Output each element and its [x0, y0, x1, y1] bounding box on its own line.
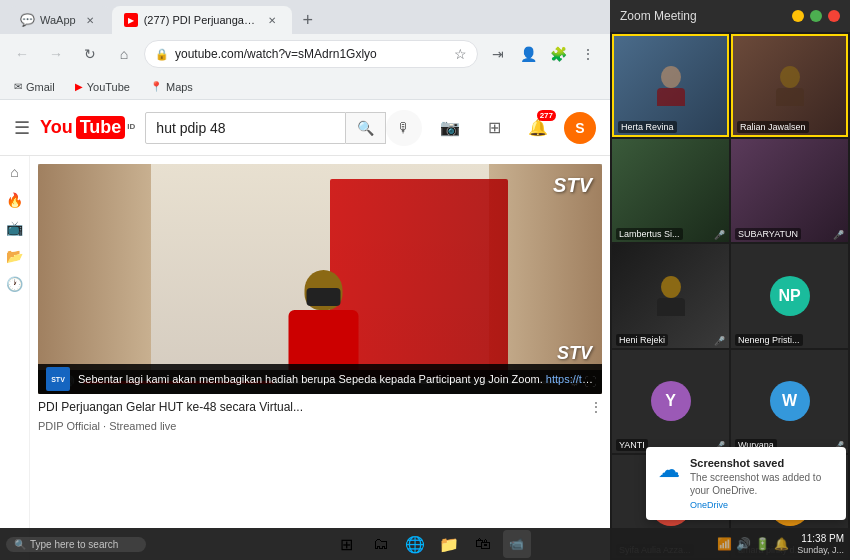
sidebar-history[interactable]: 🕐 [6, 276, 23, 292]
onedrive-toast-body: The screenshot was added to your OneDriv… [690, 471, 834, 497]
tab-title-youtube: (277) PDI Perjuangan Gelar... [144, 14, 258, 26]
bookmark-youtube[interactable]: ▶ YouTube [69, 79, 136, 95]
herta-name-label: Herta Revina [618, 121, 677, 133]
taskbar-store[interactable]: 🛍 [469, 530, 497, 558]
subaryatun-name-label: SUBARYATUN [735, 228, 801, 240]
sidebar-explore[interactable]: 🔥 [6, 192, 23, 208]
network-icon[interactable]: 📶 [717, 537, 732, 551]
bookmark-star-icon[interactable]: ☆ [454, 46, 467, 62]
heni-mic-icon: 🎤 [714, 336, 725, 346]
taskbar-windows-button[interactable]: ⊞ [333, 530, 361, 558]
zoom-minimize-button[interactable] [792, 10, 804, 22]
zoom-window-controls [792, 10, 840, 22]
ticker-link[interactable]: https://tinyurl.com/pdi... [546, 373, 594, 385]
yt-search-value: hut pdip 48 [156, 120, 225, 136]
youtube-favicon: ▶ [75, 81, 83, 92]
tab-close-youtube[interactable]: ✕ [264, 12, 280, 28]
tab-close-whatsapp[interactable]: ✕ [82, 12, 98, 28]
account-icon[interactable]: 👤 [514, 40, 542, 68]
video-logo-bottom: STV [557, 343, 592, 364]
ralian-head [780, 66, 800, 88]
yt-mic-button[interactable]: 🎙 [386, 110, 422, 146]
zoom-participant-subaryatun[interactable]: SUBARYATUN 🎤 [731, 139, 848, 242]
sidebar-library[interactable]: 📂 [6, 248, 23, 264]
new-tab-button[interactable]: + [294, 6, 322, 34]
tab-title-whatsapp: WaApp [40, 14, 76, 26]
forward-button[interactable]: → [42, 40, 70, 68]
subaryatun-video [731, 139, 848, 242]
menu-icon[interactable]: ⋮ [574, 40, 602, 68]
yt-header-right: 📷 ⊞ 🔔 277 S [432, 110, 596, 146]
sidebar-subs[interactable]: 📺 [6, 220, 23, 236]
bookmark-youtube-label: YouTube [87, 81, 130, 93]
yanti-name-label: YANTI [616, 439, 648, 451]
yt-search-button[interactable]: 🔍 [346, 112, 386, 144]
yt-notifications[interactable]: 🔔 277 [520, 110, 556, 146]
tab-youtube[interactable]: ▶ (277) PDI Perjuangan Gelar... ✕ [112, 6, 292, 34]
yt-main-content: STV STV ⏸ 🔊 ⚙ ⛶ [30, 156, 610, 560]
cast-icon[interactable]: ⇥ [484, 40, 512, 68]
zoom-participant-heni[interactable]: Heni Rejeki 🎤 [612, 244, 729, 347]
yt-sidebar: ⌂ 🔥 📺 📂 🕐 [0, 156, 30, 560]
zoom-participant-wuryana[interactable]: W Wuryana 🎤 [731, 350, 848, 453]
tab-favicon-whatsapp: 💬 [20, 13, 34, 27]
zoom-participant-neneng[interactable]: NP Neneng Pristi... [731, 244, 848, 347]
gmail-favicon: ✉ [14, 81, 22, 92]
yanti-avatar: Y [651, 381, 691, 421]
back-button[interactable]: ← [8, 40, 36, 68]
video-title-row: PDI Perjuangan Gelar HUT ke-48 secara Vi… [38, 400, 602, 414]
taskbar-apps: ⊞ 🗂 🌐 📁 🛍 📹 [150, 530, 713, 558]
person-mask [307, 288, 341, 306]
zoom-close-button[interactable] [828, 10, 840, 22]
yt-search-input[interactable]: hut pdip 48 [145, 112, 346, 144]
video-person [289, 270, 359, 370]
ticker-message: Sebentar lagi kami akan membagikan hadia… [78, 373, 594, 385]
zoom-participant-ralian[interactable]: Ralian Jawalsen [731, 34, 848, 137]
video-curtain-left [38, 164, 151, 394]
zoom-participant-yanti[interactable]: Y YANTI 🎤 [612, 350, 729, 453]
youtube-header: ☰ YouTube ID hut pdip 48 🔍 🎙 📷 ⊞ 🔔 277 [0, 100, 610, 156]
yt-video-icon[interactable]: 📷 [432, 110, 468, 146]
neneng-avatar: NP [770, 276, 810, 316]
herta-face [655, 66, 687, 106]
extensions-icon[interactable]: 🧩 [544, 40, 572, 68]
onedrive-toast-source: OneDrive [690, 500, 834, 510]
reload-button[interactable]: ↻ [76, 40, 104, 68]
bookmark-gmail[interactable]: ✉ Gmail [8, 79, 61, 95]
bookmark-maps[interactable]: 📍 Maps [144, 79, 199, 95]
video-meta: PDIP Official · Streamed live [38, 420, 602, 432]
sidebar-home[interactable]: ⌂ [10, 164, 18, 180]
toolbar-icons: ⇥ 👤 🧩 ⋮ [484, 40, 602, 68]
yt-menu-icon[interactable]: ☰ [14, 117, 30, 139]
address-field[interactable]: 🔒 youtube.com/watch?v=sMAdrn1Gxlyo ☆ [144, 40, 478, 68]
zoom-participant-lambertus[interactable]: Lambertus Si... 🎤 [612, 139, 729, 242]
taskbar-edge[interactable]: 🌐 [401, 530, 429, 558]
person-shirt [289, 310, 359, 370]
taskbar-time: 11:38 PM [797, 532, 844, 545]
ticker-bar: STV Sebentar lagi kami akan membagikan h… [38, 364, 602, 394]
taskbar-explorer[interactable]: 📁 [435, 530, 463, 558]
yt-logo-tube: Tube [76, 116, 126, 139]
taskbar-clock[interactable]: 11:38 PM Sunday, J... [797, 532, 844, 557]
bookmarks-bar: ✉ Gmail ▶ YouTube 📍 Maps [0, 74, 610, 100]
volume-sys-icon[interactable]: 🔊 [736, 537, 751, 551]
zoom-participant-herta[interactable]: Herta Revina [612, 34, 729, 137]
tab-whatsapp[interactable]: 💬 WaApp ✕ [8, 6, 110, 34]
taskbar-task-view[interactable]: 🗂 [367, 530, 395, 558]
tab-favicon-youtube: ▶ [124, 13, 138, 27]
yt-apps-icon[interactable]: ⊞ [476, 110, 512, 146]
yt-avatar[interactable]: S [564, 112, 596, 144]
zoom-maximize-button[interactable] [810, 10, 822, 22]
taskbar-search[interactable]: 🔍 Type here to search [6, 537, 146, 552]
home-button[interactable]: ⌂ [110, 40, 138, 68]
video-options-button[interactable]: ⋮ [590, 400, 602, 414]
heni-name-label: Heni Rejeki [616, 334, 668, 346]
youtube-logo[interactable]: YouTube ID [40, 116, 135, 139]
battery-icon[interactable]: 🔋 [755, 537, 770, 551]
notification-sys-icon[interactable]: 🔔 [774, 537, 789, 551]
taskbar-zoom-app[interactable]: 📹 [503, 530, 531, 558]
video-player[interactable]: STV STV ⏸ 🔊 ⚙ ⛶ [38, 164, 602, 394]
neneng-name-label: Neneng Pristi... [735, 334, 803, 346]
zoom-panel: Zoom Meeting Herta Revina [610, 0, 850, 560]
maps-favicon: 📍 [150, 81, 162, 92]
